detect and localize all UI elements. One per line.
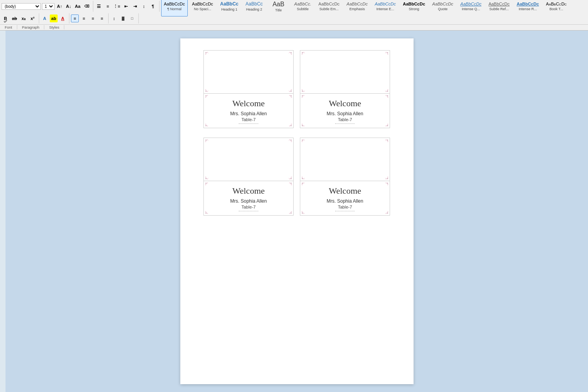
svg-point-45 [303, 95, 305, 96]
font-name-dropdown[interactable]: (body) Arial Times New Roman [2, 3, 41, 10]
floral-corner-btr-1 [285, 94, 292, 102]
svg-point-89 [385, 139, 387, 140]
card-1-bottom: Welcome Mrs. Sophia Allen Table-7 [204, 94, 293, 128]
font-section-label: Font [0, 25, 17, 29]
floral-corner-bbl-1 [205, 120, 212, 127]
floral-corner-bbr-1 [285, 120, 292, 127]
card-1-guest: Mrs. Sophia Allen [208, 111, 289, 116]
clear-format-button[interactable]: ⌫ [83, 2, 91, 10]
decrease-indent-button[interactable]: ⇤ [122, 2, 130, 10]
svg-point-100 [302, 183, 303, 184]
svg-point-8 [205, 91, 207, 92]
svg-point-98 [387, 176, 388, 178]
svg-point-40 [387, 91, 388, 92]
floral-corner-bbl-2 [301, 120, 308, 127]
strikethrough-button[interactable]: ab [11, 15, 18, 22]
svg-point-84 [302, 140, 303, 141]
card-2-welcome: Welcome [304, 98, 386, 109]
svg-point-20 [289, 95, 290, 96]
floral-corner-btl-2 [301, 94, 308, 102]
grow-font-button[interactable]: A↑ [56, 2, 64, 10]
svg-point-87 [304, 140, 305, 141]
svg-point-71 [289, 178, 289, 179]
svg-point-70 [291, 176, 292, 178]
svg-point-72 [205, 183, 207, 184]
svg-point-50 [302, 125, 303, 127]
svg-point-107 [303, 213, 305, 214]
svg-point-53 [387, 125, 388, 127]
svg-point-11 [208, 91, 209, 91]
style-intense-r-label: Intense R... [519, 7, 537, 11]
multilevel-list-button[interactable]: ⋮≡ [113, 2, 121, 10]
svg-point-39 [304, 91, 305, 91]
bullets-button[interactable]: ☰ [95, 2, 103, 10]
text-effects-button[interactable]: A [41, 15, 49, 22]
svg-point-32 [387, 52, 388, 54]
card-2-bottom: Welcome Mrs. Sophia Allen Table-7 [300, 94, 390, 128]
floral-corner-btl-3 [205, 182, 212, 189]
borders-button[interactable]: □ [128, 15, 136, 22]
svg-point-48 [385, 95, 387, 96]
card-3-welcome: Welcome [208, 186, 289, 196]
svg-point-94 [301, 176, 303, 178]
superscript-button[interactable]: x² [29, 15, 36, 22]
svg-point-29 [303, 52, 305, 53]
align-left-button[interactable]: ≡ [71, 15, 79, 22]
style-quote-label: Quote [438, 7, 448, 11]
paragraph-section-label: Paragraph [17, 25, 44, 29]
card-1-deco [239, 123, 258, 124]
style-normal-sample: AaBbCcDc [164, 2, 185, 7]
align-right-button[interactable]: ≡ [89, 15, 97, 22]
font-size-dropdown[interactable]: 11 12 14 [42, 3, 54, 10]
svg-point-23 [207, 125, 208, 127]
svg-point-2 [205, 54, 206, 55]
numbering-button[interactable]: ≡ [104, 2, 112, 10]
place-card-2: Welcome Mrs. Sophia Allen Table-7 [300, 50, 390, 128]
text-highlight-button[interactable]: ab [50, 15, 58, 22]
svg-point-103 [387, 183, 388, 184]
place-card-1: Welcome Mrs. Sophia Allen Table-7 [203, 50, 294, 128]
card-2-table: Table-7 [304, 117, 386, 122]
svg-point-77 [291, 184, 292, 185]
floral-corner-tr-4 [382, 139, 389, 146]
svg-point-9 [207, 91, 208, 92]
svg-point-13 [289, 91, 290, 92]
svg-point-111 [387, 211, 388, 212]
font-color-button[interactable]: A [59, 15, 67, 22]
main-content: Welcome Mrs. Sophia Allen Table-7 [0, 31, 588, 392]
svg-point-30 [301, 54, 303, 55]
floral-corner-br-2 [382, 85, 389, 93]
card-2-top [300, 51, 390, 94]
document-area[interactable]: Welcome Mrs. Sophia Allen Table-7 [5, 31, 588, 392]
change-case-button[interactable]: Aa [74, 2, 82, 10]
floral-corner-bl-4 [301, 173, 308, 180]
place-card-4: Welcome Mrs. Sophia Allen Table-7 [300, 138, 390, 216]
floral-corner-bl-3 [205, 173, 212, 180]
increase-indent-button[interactable]: ⇥ [131, 2, 139, 10]
sort-button[interactable]: ↕ [140, 2, 148, 10]
svg-point-61 [289, 139, 290, 140]
style-quote-sample: AaBbCcDc [432, 2, 454, 7]
svg-point-33 [385, 52, 387, 53]
style-no-spacing-label: No Spaci... [194, 7, 211, 11]
svg-point-99 [385, 178, 386, 179]
svg-point-7 [289, 53, 289, 54]
floral-corner-btl-4 [301, 182, 308, 189]
shrink-font-button[interactable]: A↓ [65, 2, 73, 10]
align-center-button[interactable]: ≡ [80, 15, 88, 22]
svg-point-82 [289, 213, 290, 214]
floral-corner-bbl-3 [205, 207, 212, 214]
subscript-button[interactable]: x₂ [20, 15, 27, 22]
floral-corner-bl-1 [205, 85, 212, 93]
show-hide-button[interactable]: ¶ [149, 2, 157, 10]
justify-button[interactable]: ≡ [98, 15, 106, 22]
text-format-section: B ab x₂ x² [2, 13, 39, 24]
svg-point-80 [205, 211, 206, 212]
place-card-3: Welcome Mrs. Sophia Allen Table-7 [203, 138, 294, 216]
card-3-table: Table-7 [208, 205, 289, 209]
shading-button[interactable]: ▓ [119, 15, 127, 22]
bold-button[interactable]: B [2, 15, 9, 22]
style-title-label: Title [275, 8, 282, 12]
line-spacing-button[interactable]: ↕ [110, 15, 118, 22]
floral-corner-btr-4 [382, 182, 389, 189]
